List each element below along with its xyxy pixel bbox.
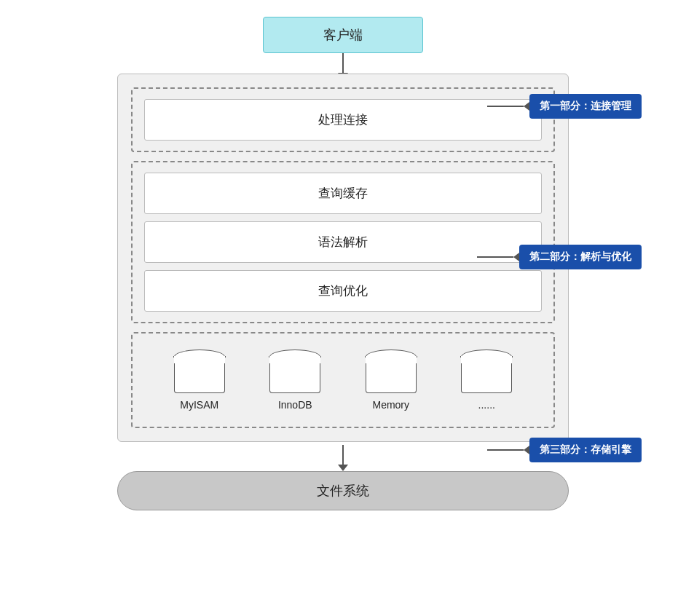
other-body [461, 357, 512, 393]
other-cylinder [461, 350, 512, 393]
memory-label: Memory [372, 399, 409, 411]
client-box: 客户端 [263, 17, 423, 53]
diagram-root: 客户端 处理连接 查询缓存 语法解析 查询优化 [30, 17, 656, 599]
connection-box: 处理连接 [144, 99, 542, 141]
memory-engine: Memory [366, 350, 417, 411]
memory-body [366, 357, 417, 393]
myisam-engine: MyISAM [174, 350, 225, 411]
ann-arrow-1 [524, 102, 529, 111]
annotation-storage-label: 第三部分：存储引擎 [529, 438, 642, 462]
myisam-body [174, 357, 225, 393]
memory-cylinder [366, 350, 417, 393]
ann-arrow-3 [524, 446, 529, 454]
other-label: ...... [478, 399, 495, 411]
annotation-connection-label: 第一部分：连接管理 [529, 94, 642, 119]
parsing-section: 查询缓存 语法解析 查询优化 [131, 161, 555, 323]
query-optimize-box: 查询优化 [144, 270, 542, 312]
storage-section: MyISAM InnoDB [131, 332, 555, 428]
annotation-parsing: 第二部分：解析与优化 [477, 245, 642, 269]
engines-row: MyISAM InnoDB [144, 344, 542, 416]
filesystem-box: 文件系统 [117, 471, 569, 510]
annotation-storage: 第三部分：存储引擎 [487, 438, 642, 462]
query-cache-box: 查询缓存 [144, 173, 542, 214]
innodb-cylinder [269, 350, 320, 393]
myisam-cylinder [174, 350, 225, 393]
annotation-connection: 第一部分：连接管理 [487, 94, 642, 119]
ann-line-1 [487, 106, 524, 107]
myisam-label: MyISAM [180, 399, 218, 411]
innodb-engine: InnoDB [269, 350, 320, 411]
arrow-server-to-fs [342, 445, 344, 465]
arrow-client-to-server [342, 53, 344, 74]
innodb-body [269, 357, 320, 393]
other-engine: ...... [461, 350, 512, 411]
ann-line-3 [487, 449, 524, 451]
annotation-parsing-label: 第二部分：解析与优化 [519, 245, 642, 269]
innodb-label: InnoDB [278, 399, 312, 411]
ann-line-2 [477, 256, 513, 258]
ann-arrow-2 [513, 253, 519, 261]
